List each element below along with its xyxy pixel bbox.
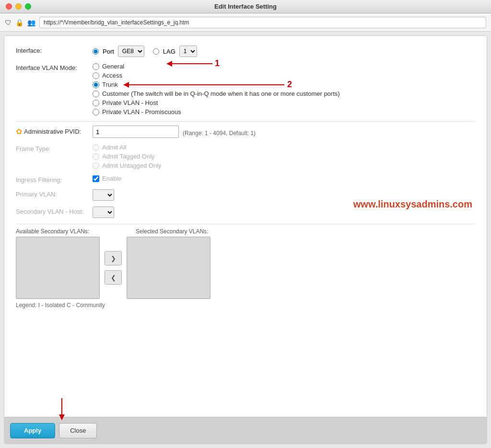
selected-vlans-label: Selected Secondary VLANs:: [136, 228, 227, 235]
primary-vlan-select[interactable]: [93, 189, 114, 201]
secondary-vlan-host-label: Secondary VLAN - Host:: [16, 207, 93, 215]
vlan-mode-access[interactable]: Access: [93, 72, 340, 79]
interface-label: Interface:: [16, 46, 93, 54]
frame-type-row: Frame Type: Admit All Admit Tagged Only …: [16, 144, 475, 169]
vlan-mode-trunk[interactable]: Trunk 2: [93, 81, 340, 88]
general-label: General: [102, 63, 124, 70]
minimize-window-button[interactable]: [15, 3, 22, 10]
vlan-lists-row: ❯ ❮: [16, 237, 475, 299]
frame-admit-tagged: Admit Tagged Only: [93, 153, 162, 160]
primary-vlan-label: Primary VLAN:: [16, 189, 93, 198]
pvid-range-hint: (Range: 1 - 4094, Default: 1): [183, 127, 256, 137]
required-star-icon: ✿: [16, 127, 22, 136]
ingress-checkbox-container: Enable: [93, 175, 121, 182]
vlan-mode-customer[interactable]: Customer (The switch will be in Q-in-Q m…: [93, 90, 340, 97]
footer-bar: Apply Close: [4, 417, 487, 444]
trunk-radio[interactable]: [93, 81, 99, 88]
vlan-mode-row: Interface VLAN Mode: General Access Trun…: [16, 63, 475, 115]
admit-untagged-label: Admit Untagged Only: [102, 162, 162, 169]
port-select[interactable]: GE8 GE1 GE2 GE3: [118, 46, 144, 57]
customer-radio[interactable]: [93, 91, 99, 97]
access-radio[interactable]: [93, 72, 99, 79]
title-bar: Edit Interface Setting: [0, 0, 491, 13]
frame-type-label: Frame Type:: [16, 144, 93, 152]
warning-icon: 🔒: [15, 19, 23, 26]
frame-admit-all: Admit All: [93, 144, 162, 151]
browser-bar: 🛡 🔒 👥 https://*/Vmember/bridg_vlan_inter…: [0, 13, 491, 32]
ingress-filtering-row: Ingress Filtering: Enable www.linuxsysad…: [16, 175, 475, 184]
address-bar[interactable]: https://*/Vmember/bridg_vlan_interfaceSe…: [39, 17, 486, 28]
vlan-lists-section: Available Secondary VLANs: Selected Seco…: [16, 228, 475, 309]
move-right-button[interactable]: ❯: [105, 251, 122, 265]
vlan-mode-pvlan-host[interactable]: Private VLAN - Host: [93, 99, 340, 106]
move-left-button[interactable]: ❮: [105, 270, 122, 285]
vlan-mode-options: General Access Trunk: [93, 63, 340, 115]
vlan-mode-pvlan-promiscuous[interactable]: Private VLAN - Promiscuous: [93, 108, 340, 115]
pvlan-host-label: Private VLAN - Host: [102, 99, 158, 106]
general-radio[interactable]: [93, 63, 99, 70]
interface-row: Interface: Port GE8 GE1 GE2 GE3 LAG 1 2 …: [16, 46, 475, 57]
admit-all-label: Admit All: [102, 144, 127, 151]
ingress-label: Ingress Filtering:: [16, 175, 93, 184]
vlan-mode-general[interactable]: General: [93, 63, 340, 70]
interface-controls: Port GE8 GE1 GE2 GE3 LAG 1 2 3: [93, 46, 197, 57]
admit-tagged-label: Admit Tagged Only: [102, 153, 155, 160]
shield-icon: 🛡: [5, 19, 12, 26]
pvlan-host-radio[interactable]: [93, 100, 99, 106]
lag-select[interactable]: 1 2 3: [179, 46, 197, 57]
available-vlans-label: Available Secondary VLANs:: [16, 228, 107, 235]
window-title: Edit Interface Setting: [214, 3, 277, 10]
primary-vlan-row: Primary VLAN:: [16, 189, 475, 201]
frame-admit-untagged: Admit Untagged Only: [93, 162, 162, 169]
admin-pvid-input[interactable]: [93, 126, 179, 138]
admit-untagged-radio: [93, 162, 99, 169]
secondary-vlan-host-row: Secondary VLAN - Host:: [16, 207, 475, 218]
svg-text:2: 2: [287, 80, 292, 89]
maximize-window-button[interactable]: [25, 3, 31, 10]
vlan-transfer-arrows: ❯ ❮: [105, 251, 122, 285]
frame-type-options: Admit All Admit Tagged Only Admit Untagg…: [93, 144, 162, 169]
port-radio[interactable]: [93, 48, 99, 55]
traffic-lights: [6, 3, 31, 10]
user-icon: 👥: [27, 19, 35, 26]
selected-vlans-listbox[interactable]: [127, 237, 210, 299]
available-vlans-listbox[interactable]: [16, 237, 100, 299]
admin-pvid-row: ✿ Administrative PVID: (Range: 1 - 4094,…: [16, 126, 475, 138]
close-window-button[interactable]: [6, 3, 12, 10]
close-button[interactable]: Close: [59, 423, 97, 438]
lag-radio[interactable]: [153, 48, 159, 55]
admit-tagged-radio: [93, 153, 99, 160]
lag-radio-label[interactable]: LAG: [163, 48, 175, 55]
legend-text: Legend: I - Isolated C - Community: [16, 302, 475, 309]
vlan-mode-label: Interface VLAN Mode:: [16, 63, 93, 71]
pvlan-promiscuous-label: Private VLAN - Promiscuous: [102, 108, 181, 115]
ingress-enable-checkbox[interactable]: [93, 175, 99, 182]
vlan-lists-labels: Available Secondary VLANs: Selected Seco…: [16, 228, 475, 235]
apply-button[interactable]: Apply: [10, 423, 55, 438]
ingress-enable-label[interactable]: Enable: [102, 175, 121, 182]
secondary-vlan-host-select[interactable]: [93, 207, 114, 218]
trunk-label: Trunk: [102, 81, 118, 88]
admin-pvid-label: ✿ Administrative PVID:: [16, 126, 93, 136]
admit-all-radio: [93, 144, 99, 151]
url-text: https://*/Vmember/bridg_vlan_interfaceSe…: [44, 19, 189, 26]
admin-pvid-label-text: Administrative PVID:: [24, 128, 81, 135]
pvlan-promiscuous-radio[interactable]: [93, 109, 99, 115]
port-radio-label[interactable]: Port: [103, 48, 114, 55]
access-label: Access: [102, 72, 122, 79]
customer-label: Customer (The switch will be in Q-in-Q m…: [102, 90, 340, 97]
